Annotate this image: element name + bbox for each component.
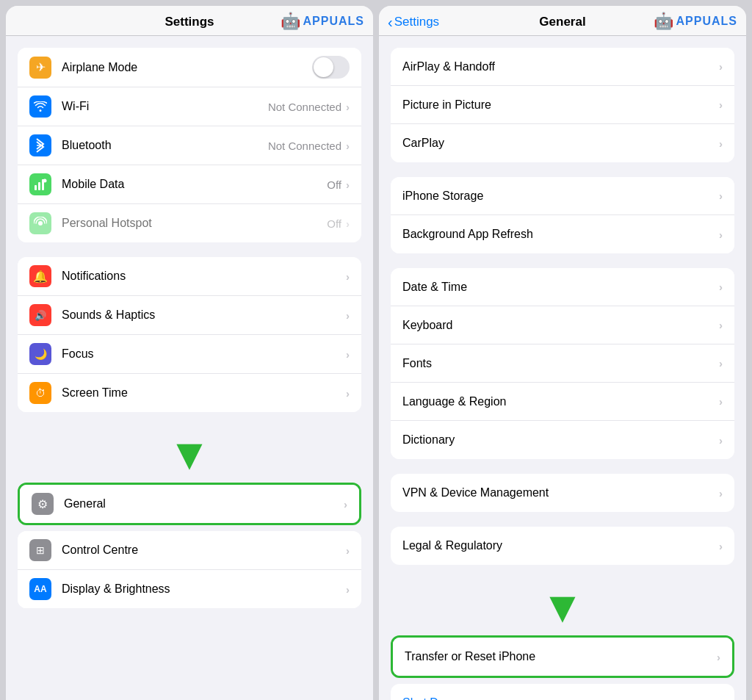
airplay-chevron: › <box>719 60 723 73</box>
datetime-row[interactable]: Date & Time › <box>391 268 734 306</box>
left-content: ✈ Airplane Mode <box>6 36 373 700</box>
sounds-row[interactable]: 🔊 Sounds & Haptics › <box>18 296 361 335</box>
right-panel-title: General <box>539 15 585 29</box>
general-icon: ⚙ <box>32 493 54 515</box>
screentime-row[interactable]: ⏱ Screen Time › <box>18 374 361 412</box>
keyboard-chevron: › <box>719 319 723 331</box>
datetime-section: Date & Time › Keyboard › Fonts › Languag… <box>379 268 746 459</box>
hotspot-value: Off <box>327 217 341 230</box>
fonts-chevron: › <box>719 357 723 369</box>
mobile-data-icon <box>29 173 51 195</box>
general-row[interactable]: ⚙ General › <box>20 485 359 523</box>
watermark-icon-right: 🤖 <box>654 12 673 31</box>
back-button[interactable]: ‹ Settings <box>388 15 439 29</box>
display-icon: AA <box>29 578 51 600</box>
shutdown-section: Shut Down <box>379 684 746 700</box>
bluetooth-value: Not Connected <box>268 140 341 152</box>
focus-row[interactable]: 🌙 Focus › <box>18 335 361 374</box>
mobile-data-chevron: › <box>346 178 350 191</box>
fonts-row[interactable]: Fonts › <box>391 344 734 383</box>
bluetooth-chevron: › <box>346 140 350 152</box>
mobile-data-row[interactable]: Mobile Data Off › <box>18 165 361 204</box>
focus-chevron: › <box>346 348 350 361</box>
language-row[interactable]: Language & Region › <box>391 383 734 421</box>
notifications-chevron: › <box>346 270 350 283</box>
dictionary-label: Dictionary <box>402 433 719 447</box>
left-nav-bar: Settings 🤖 APPUALS <box>6 6 373 36</box>
dictionary-row[interactable]: Dictionary › <box>391 421 734 459</box>
sounds-icon: 🔊 <box>29 304 51 326</box>
language-chevron: › <box>719 395 723 408</box>
apps-section: 🔔 Notifications › 🔊 Sounds & Haptics › 🌙… <box>6 257 373 412</box>
legal-row[interactable]: Legal & Regulatory › <box>391 527 734 565</box>
iphone-storage-label: iPhone Storage <box>402 190 719 203</box>
keyboard-row[interactable]: Keyboard › <box>391 306 734 344</box>
right-panel: ‹ Settings General 🤖 APPUALS AirPlay & H… <box>379 6 746 700</box>
hotspot-label: Personal Hotspot <box>62 217 327 230</box>
wifi-label: Wi-Fi <box>62 100 268 113</box>
display-row[interactable]: AA Display & Brightness › <box>18 570 361 608</box>
watermark-text-right: APPUALS <box>676 15 737 28</box>
airplane-mode-row[interactable]: ✈ Airplane Mode <box>18 48 361 87</box>
dictionary-chevron: › <box>719 434 723 447</box>
left-panel-title: Settings <box>164 15 214 29</box>
notifications-row[interactable]: 🔔 Notifications › <box>18 257 361 296</box>
pip-label: Picture in Picture <box>402 98 719 112</box>
top-section: AirPlay & Handoff › Picture in Picture ›… <box>379 48 746 162</box>
bg-refresh-row[interactable]: Background App Refresh › <box>391 215 734 253</box>
bluetooth-label: Bluetooth <box>62 139 268 152</box>
screentime-label: Screen Time <box>62 386 346 400</box>
svg-point-4 <box>43 179 47 183</box>
airplay-row[interactable]: AirPlay & Handoff › <box>391 48 734 86</box>
hotspot-row[interactable]: Personal Hotspot Off › <box>18 204 361 242</box>
left-arrow-annotation: ▼ <box>6 427 373 483</box>
controlcentre-chevron: › <box>346 544 350 557</box>
focus-label: Focus <box>62 347 346 361</box>
shutdown-group: Shut Down <box>391 684 734 700</box>
bluetooth-row[interactable]: Bluetooth Not Connected › <box>18 126 361 165</box>
hotspot-chevron: › <box>346 217 350 230</box>
display-label: Display & Brightness <box>62 582 346 596</box>
right-watermark: 🤖 APPUALS <box>654 12 737 31</box>
airplane-icon: ✈ <box>29 57 51 79</box>
top-group: AirPlay & Handoff › Picture in Picture ›… <box>391 48 734 162</box>
airplane-toggle[interactable] <box>312 56 350 79</box>
shutdown-row[interactable]: Shut Down <box>391 684 734 700</box>
vpn-label: VPN & Device Management <box>402 486 719 499</box>
bg-refresh-label: Background App Refresh <box>402 228 719 241</box>
general-section: ⚙ General › <box>6 483 373 525</box>
right-content: AirPlay & Handoff › Picture in Picture ›… <box>379 36 746 700</box>
iphone-storage-row[interactable]: iPhone Storage › <box>391 177 734 215</box>
sounds-chevron: › <box>346 309 350 322</box>
keyboard-label: Keyboard <box>402 319 719 332</box>
back-chevron: ‹ <box>388 15 393 29</box>
wifi-value: Not Connected <box>268 101 341 113</box>
shutdown-label: Shut Down <box>402 696 723 700</box>
transfer-row[interactable]: Transfer or Reset iPhone › <box>393 638 732 676</box>
vpn-row[interactable]: VPN & Device Management › <box>391 474 734 512</box>
transfer-chevron: › <box>717 651 720 663</box>
pip-row[interactable]: Picture in Picture › <box>391 86 734 124</box>
bluetooth-icon <box>29 134 51 156</box>
wifi-icon <box>29 95 51 118</box>
transfer-group-highlighted: Transfer or Reset iPhone › <box>391 635 734 678</box>
controlcentre-row[interactable]: ⊞ Control Centre › <box>18 531 361 570</box>
notifications-label: Notifications <box>62 270 346 283</box>
toggle-knob <box>314 57 333 77</box>
transfer-section: Transfer or Reset iPhone › <box>379 635 746 678</box>
carplay-row[interactable]: CarPlay › <box>391 124 734 162</box>
controlcentre-icon: ⊞ <box>29 539 51 561</box>
airplane-label: Airplane Mode <box>62 61 312 74</box>
hotspot-icon <box>29 212 51 234</box>
back-label: Settings <box>394 15 439 29</box>
storage-section: iPhone Storage › Background App Refresh … <box>379 177 746 253</box>
bottom-group: ⊞ Control Centre › AA Display & Brightne… <box>18 531 361 608</box>
mobile-data-label: Mobile Data <box>62 178 327 191</box>
notifications-icon: 🔔 <box>29 265 51 287</box>
wifi-row[interactable]: Wi-Fi Not Connected › <box>18 87 361 126</box>
watermark-text-left: APPUALS <box>303 15 364 28</box>
datetime-group: Date & Time › Keyboard › Fonts › Languag… <box>391 268 734 459</box>
wifi-chevron: › <box>346 101 350 113</box>
focus-icon: 🌙 <box>29 343 51 365</box>
bottom-section: ⊞ Control Centre › AA Display & Brightne… <box>6 531 373 608</box>
